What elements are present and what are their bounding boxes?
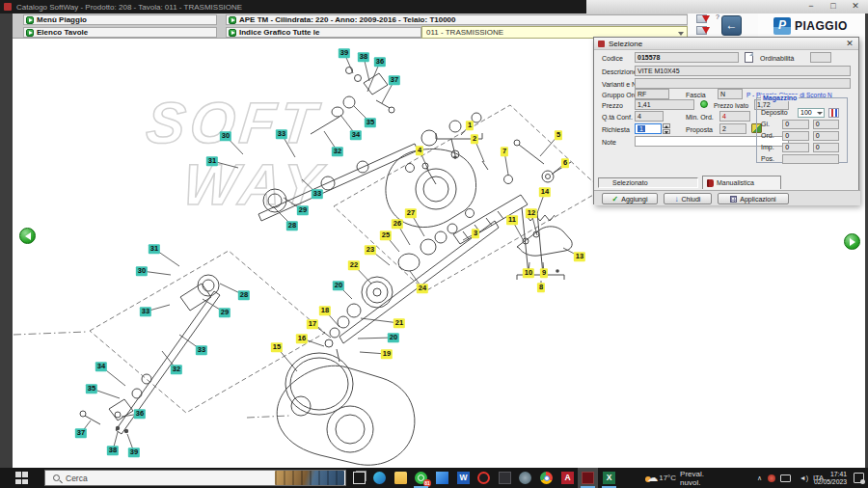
part-callout-33[interactable]: 33 bbox=[140, 307, 151, 316]
part-callout-34[interactable]: 34 bbox=[95, 362, 107, 371]
document-icon[interactable] bbox=[745, 52, 753, 63]
part-callout-32[interactable]: 32 bbox=[332, 147, 343, 156]
min-ord-field[interactable]: 4 bbox=[719, 111, 750, 122]
part-callout-1[interactable]: 1 bbox=[466, 121, 474, 130]
magazzino-value-field[interactable]: 0 bbox=[813, 143, 839, 152]
part-callout-5[interactable]: 5 bbox=[555, 130, 562, 140]
proposta-field[interactable]: 2 bbox=[719, 123, 746, 134]
part-callout-36[interactable]: 36 bbox=[374, 57, 386, 67]
magazzino-value-field[interactable]: 0 bbox=[813, 120, 839, 129]
part-callout-15[interactable]: 15 bbox=[271, 342, 283, 352]
part-callout-17[interactable]: 17 bbox=[307, 319, 318, 329]
part-callout-6[interactable]: 6 bbox=[561, 158, 569, 168]
part-callout-36[interactable]: 36 bbox=[134, 409, 146, 419]
antivirus-icon[interactable] bbox=[768, 468, 775, 488]
part-callout-9[interactable]: 9 bbox=[540, 268, 548, 278]
applicazioni-button[interactable]: Applicazioni bbox=[718, 193, 789, 204]
previous-table-button[interactable] bbox=[19, 228, 36, 244]
qta-conf-field[interactable]: 4 bbox=[635, 111, 664, 122]
taskbar-icon-excel[interactable]: X bbox=[599, 468, 619, 488]
part-callout-32[interactable]: 32 bbox=[171, 365, 182, 374]
part-callout-14[interactable]: 14 bbox=[539, 187, 551, 197]
varianti-field[interactable] bbox=[635, 78, 851, 89]
fascia-field[interactable]: N bbox=[718, 89, 743, 99]
part-callout-21[interactable]: 21 bbox=[393, 318, 405, 328]
part-callout-3[interactable]: 3 bbox=[472, 229, 479, 238]
part-callout-23[interactable]: 23 bbox=[365, 245, 376, 255]
part-callout-12[interactable]: 12 bbox=[526, 208, 537, 218]
part-callout-31[interactable]: 31 bbox=[149, 244, 160, 254]
richiesta-stepper[interactable] bbox=[663, 123, 670, 135]
part-callout-18[interactable]: 18 bbox=[319, 306, 331, 315]
part-callout-20[interactable]: 20 bbox=[388, 333, 399, 342]
part-callout-2[interactable]: 2 bbox=[471, 134, 478, 144]
gruppo-ord-field[interactable]: RF bbox=[635, 89, 669, 99]
part-callout-29[interactable]: 29 bbox=[297, 205, 309, 215]
magazzino-value-field[interactable]: 0 bbox=[782, 143, 808, 152]
taskbar-icon-whatsapp[interactable]: 81 bbox=[411, 468, 431, 488]
taskbar-icon-photos[interactable] bbox=[432, 468, 452, 488]
part-callout-4[interactable]: 4 bbox=[416, 146, 423, 155]
part-callout-13[interactable]: 13 bbox=[574, 252, 585, 261]
part-callout-33[interactable]: 33 bbox=[196, 345, 207, 355]
part-callout-37[interactable]: 37 bbox=[389, 75, 400, 85]
taskbar-icon-file-explorer[interactable] bbox=[391, 468, 411, 488]
part-callout-27[interactable]: 27 bbox=[405, 208, 417, 218]
volume-icon[interactable]: ◄) bbox=[800, 468, 808, 488]
start-button[interactable] bbox=[0, 468, 42, 488]
search-highlight-image[interactable] bbox=[275, 471, 344, 485]
part-callout-25[interactable]: 25 bbox=[380, 230, 392, 240]
part-callout-11[interactable]: 11 bbox=[506, 215, 518, 225]
part-callout-33[interactable]: 33 bbox=[276, 129, 287, 139]
deposito-select[interactable]: 100 bbox=[798, 108, 825, 118]
part-callout-38[interactable]: 38 bbox=[107, 446, 119, 455]
part-callout-28[interactable]: 28 bbox=[238, 290, 250, 300]
descrizione-field[interactable]: VITE M10X45 bbox=[635, 66, 851, 76]
richiesta-field[interactable]: 1 bbox=[635, 123, 662, 134]
taskbar-icon-opera[interactable] bbox=[474, 468, 494, 488]
clock[interactable]: 17:4102/05/2023 bbox=[814, 468, 847, 488]
part-callout-10[interactable]: 10 bbox=[523, 268, 534, 278]
part-callout-39[interactable]: 39 bbox=[339, 48, 350, 58]
part-callout-35[interactable]: 35 bbox=[365, 118, 376, 127]
part-callout-31[interactable]: 31 bbox=[206, 156, 218, 166]
part-callout-7[interactable]: 7 bbox=[501, 147, 508, 156]
part-callout-20[interactable]: 20 bbox=[333, 281, 344, 290]
part-callout-39[interactable]: 39 bbox=[128, 447, 140, 457]
part-callout-37[interactable]: 37 bbox=[75, 428, 87, 438]
dialog-close-button[interactable]: ✕ bbox=[844, 39, 855, 48]
part-callout-28[interactable]: 28 bbox=[286, 221, 298, 230]
part-callout-34[interactable]: 34 bbox=[350, 130, 362, 140]
part-callout-33[interactable]: 33 bbox=[312, 189, 323, 199]
stock-chart-icon[interactable] bbox=[828, 108, 839, 118]
taskbar-icon-edge[interactable] bbox=[369, 468, 390, 488]
part-callout-24[interactable]: 24 bbox=[417, 284, 428, 293]
magazzino-value-field[interactable]: 0 bbox=[782, 131, 808, 141]
part-callout-19[interactable]: 19 bbox=[381, 349, 393, 359]
aggiungi-button[interactable]: ✓ Aggiungi bbox=[602, 193, 658, 204]
dialog-titlebar[interactable]: Selezione ✕ bbox=[594, 38, 858, 50]
magazzino-value-field[interactable]: 0 bbox=[813, 131, 839, 141]
tray-expand-caret[interactable]: ∧ bbox=[757, 468, 762, 488]
ordinabilita-field[interactable] bbox=[810, 52, 831, 63]
part-callout-22[interactable]: 22 bbox=[348, 260, 360, 270]
search-input[interactable]: Cerca bbox=[44, 470, 346, 486]
tab-manualistica[interactable]: Manualistica bbox=[702, 176, 781, 189]
chiudi-button[interactable]: ↓ Chiudi bbox=[664, 193, 712, 204]
part-callout-29[interactable]: 29 bbox=[219, 308, 231, 317]
taskbar-icon-acrobat[interactable]: A bbox=[557, 468, 578, 488]
pos-field[interactable] bbox=[782, 154, 839, 164]
part-callout-30[interactable]: 30 bbox=[136, 266, 148, 276]
prezzo-field[interactable]: 1,41 bbox=[635, 99, 694, 110]
taskbar-icon-chrome[interactable] bbox=[536, 468, 556, 488]
magazzino-value-field[interactable]: 0 bbox=[782, 120, 808, 129]
weather-widget[interactable]: ☁ 17°C Preval. nuvol. bbox=[645, 468, 706, 488]
part-callout-16[interactable]: 16 bbox=[296, 334, 308, 343]
stepper-up-icon[interactable] bbox=[663, 123, 670, 128]
part-callout-35[interactable]: 35 bbox=[86, 384, 97, 393]
display-icon[interactable] bbox=[780, 468, 791, 488]
taskbar-icon-app-dark[interactable] bbox=[495, 468, 515, 488]
taskbar-icon-settings[interactable] bbox=[515, 468, 535, 488]
part-callout-8[interactable]: 8 bbox=[537, 283, 545, 292]
next-table-button[interactable] bbox=[844, 233, 860, 250]
